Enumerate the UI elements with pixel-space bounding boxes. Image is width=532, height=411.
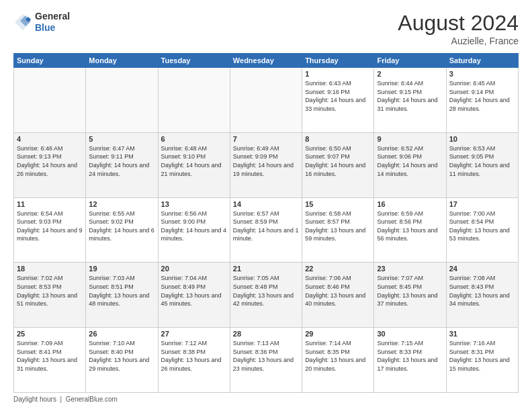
empty-cell xyxy=(158,68,230,133)
day-info-3: Sunrise: 6:45 AM Sunset: 9:14 PM Dayligh… xyxy=(449,79,515,113)
day-number-13: 13 xyxy=(161,200,227,208)
day-number-6: 6 xyxy=(161,135,227,143)
day-number-15: 15 xyxy=(305,200,371,208)
weekday-thursday: Thursday xyxy=(302,54,374,68)
day-cell-22: 22Sunrise: 7:06 AM Sunset: 8:46 PM Dayli… xyxy=(302,263,374,328)
footer-source: GeneralBlue.com xyxy=(66,396,118,403)
day-info-22: Sunrise: 7:06 AM Sunset: 8:46 PM Dayligh… xyxy=(305,274,371,308)
day-cell-9: 9Sunrise: 6:52 AM Sunset: 9:06 PM Daylig… xyxy=(374,132,446,197)
day-info-24: Sunrise: 7:08 AM Sunset: 8:43 PM Dayligh… xyxy=(449,274,515,308)
day-cell-7: 7Sunrise: 6:49 AM Sunset: 9:09 PM Daylig… xyxy=(230,132,302,197)
day-number-30: 30 xyxy=(377,330,443,338)
day-cell-11: 11Sunrise: 6:54 AM Sunset: 9:03 PM Dayli… xyxy=(14,197,86,263)
day-number-23: 23 xyxy=(377,265,443,273)
day-number-19: 19 xyxy=(89,265,154,273)
day-number-7: 7 xyxy=(233,135,299,143)
day-cell-24: 24Sunrise: 7:08 AM Sunset: 8:43 PM Dayli… xyxy=(446,263,518,328)
day-cell-12: 12Sunrise: 6:55 AM Sunset: 9:02 PM Dayli… xyxy=(86,197,158,263)
day-cell-31: 31Sunrise: 7:16 AM Sunset: 8:31 PM Dayli… xyxy=(446,328,518,393)
weekday-saturday: Saturday xyxy=(446,54,518,68)
day-info-23: Sunrise: 7:07 AM Sunset: 8:45 PM Dayligh… xyxy=(377,274,443,308)
day-cell-10: 10Sunrise: 6:53 AM Sunset: 9:05 PM Dayli… xyxy=(446,132,518,197)
day-info-20: Sunrise: 7:04 AM Sunset: 8:49 PM Dayligh… xyxy=(161,274,227,308)
day-info-26: Sunrise: 7:10 AM Sunset: 8:40 PM Dayligh… xyxy=(89,339,154,373)
day-number-1: 1 xyxy=(305,70,371,78)
day-info-30: Sunrise: 7:15 AM Sunset: 8:33 PM Dayligh… xyxy=(377,339,443,373)
day-cell-14: 14Sunrise: 6:57 AM Sunset: 8:59 PM Dayli… xyxy=(230,197,302,263)
day-info-16: Sunrise: 6:59 AM Sunset: 8:56 PM Dayligh… xyxy=(377,210,443,243)
day-info-9: Sunrise: 6:52 AM Sunset: 9:06 PM Dayligh… xyxy=(377,144,443,178)
day-info-14: Sunrise: 6:57 AM Sunset: 8:59 PM Dayligh… xyxy=(233,210,299,243)
day-number-24: 24 xyxy=(449,265,515,273)
logo-icon xyxy=(13,13,32,32)
day-number-3: 3 xyxy=(449,70,515,78)
empty-cell xyxy=(230,68,302,133)
empty-cell xyxy=(86,68,158,133)
day-cell-25: 25Sunrise: 7:09 AM Sunset: 8:41 PM Dayli… xyxy=(14,328,86,393)
weekday-header-row: SundayMondayTuesdayWednesdayThursdayFrid… xyxy=(14,54,519,68)
day-cell-1: 1Sunrise: 6:43 AM Sunset: 9:16 PM Daylig… xyxy=(302,68,374,133)
day-info-6: Sunrise: 6:48 AM Sunset: 9:10 PM Dayligh… xyxy=(161,144,227,178)
empty-cell xyxy=(14,68,86,133)
day-number-26: 26 xyxy=(89,330,154,338)
day-cell-6: 6Sunrise: 6:48 AM Sunset: 9:10 PM Daylig… xyxy=(158,132,230,197)
week-row-4: 18Sunrise: 7:02 AM Sunset: 8:53 PM Dayli… xyxy=(14,263,519,328)
day-number-20: 20 xyxy=(161,265,227,273)
day-info-19: Sunrise: 7:03 AM Sunset: 8:51 PM Dayligh… xyxy=(89,274,154,308)
day-info-18: Sunrise: 7:02 AM Sunset: 8:53 PM Dayligh… xyxy=(17,274,83,308)
day-info-10: Sunrise: 6:53 AM Sunset: 9:05 PM Dayligh… xyxy=(449,144,515,178)
day-number-9: 9 xyxy=(377,135,443,143)
day-number-4: 4 xyxy=(17,135,83,143)
day-cell-16: 16Sunrise: 6:59 AM Sunset: 8:56 PM Dayli… xyxy=(374,197,446,263)
day-cell-8: 8Sunrise: 6:50 AM Sunset: 9:07 PM Daylig… xyxy=(302,132,374,197)
day-info-27: Sunrise: 7:12 AM Sunset: 8:38 PM Dayligh… xyxy=(161,339,227,373)
day-info-2: Sunrise: 6:44 AM Sunset: 9:15 PM Dayligh… xyxy=(377,79,443,113)
footer-daylight: Daylight hours xyxy=(13,396,56,403)
day-cell-19: 19Sunrise: 7:03 AM Sunset: 8:51 PM Dayli… xyxy=(86,263,158,328)
day-cell-13: 13Sunrise: 6:56 AM Sunset: 9:00 PM Dayli… xyxy=(158,197,230,263)
day-number-10: 10 xyxy=(449,135,515,143)
day-info-4: Sunrise: 6:46 AM Sunset: 9:13 PM Dayligh… xyxy=(17,144,83,178)
day-number-16: 16 xyxy=(377,200,443,208)
day-info-15: Sunrise: 6:58 AM Sunset: 8:57 PM Dayligh… xyxy=(305,210,371,243)
day-info-17: Sunrise: 7:00 AM Sunset: 8:54 PM Dayligh… xyxy=(449,210,515,243)
day-info-28: Sunrise: 7:13 AM Sunset: 8:36 PM Dayligh… xyxy=(233,339,299,373)
logo: General Blue xyxy=(13,11,70,34)
day-info-5: Sunrise: 6:47 AM Sunset: 9:11 PM Dayligh… xyxy=(89,144,154,178)
day-number-18: 18 xyxy=(17,265,83,273)
day-cell-2: 2Sunrise: 6:44 AM Sunset: 9:15 PM Daylig… xyxy=(374,68,446,133)
day-info-13: Sunrise: 6:56 AM Sunset: 9:00 PM Dayligh… xyxy=(161,210,227,243)
day-cell-26: 26Sunrise: 7:10 AM Sunset: 8:40 PM Dayli… xyxy=(86,328,158,393)
footer-note: Daylight hours | GeneralBlue.com xyxy=(13,396,519,403)
day-number-25: 25 xyxy=(17,330,83,338)
day-cell-4: 4Sunrise: 6:46 AM Sunset: 9:13 PM Daylig… xyxy=(14,132,86,197)
weekday-sunday: Sunday xyxy=(14,54,86,68)
day-info-1: Sunrise: 6:43 AM Sunset: 9:16 PM Dayligh… xyxy=(305,79,371,113)
day-cell-27: 27Sunrise: 7:12 AM Sunset: 8:38 PM Dayli… xyxy=(158,328,230,393)
calendar-table: SundayMondayTuesdayWednesdayThursdayFrid… xyxy=(13,53,519,393)
week-row-5: 25Sunrise: 7:09 AM Sunset: 8:41 PM Dayli… xyxy=(14,328,519,393)
day-cell-3: 3Sunrise: 6:45 AM Sunset: 9:14 PM Daylig… xyxy=(446,68,518,133)
weekday-monday: Monday xyxy=(86,54,158,68)
week-row-1: 1Sunrise: 6:43 AM Sunset: 9:16 PM Daylig… xyxy=(14,68,519,133)
day-cell-15: 15Sunrise: 6:58 AM Sunset: 8:57 PM Dayli… xyxy=(302,197,374,263)
day-number-17: 17 xyxy=(449,200,515,208)
location: Auzielle, France xyxy=(398,36,519,46)
day-number-28: 28 xyxy=(233,330,299,338)
day-number-5: 5 xyxy=(89,135,154,143)
day-number-29: 29 xyxy=(305,330,371,338)
day-info-12: Sunrise: 6:55 AM Sunset: 9:02 PM Dayligh… xyxy=(89,210,154,243)
day-info-31: Sunrise: 7:16 AM Sunset: 8:31 PM Dayligh… xyxy=(449,339,515,373)
day-cell-29: 29Sunrise: 7:14 AM Sunset: 8:35 PM Dayli… xyxy=(302,328,374,393)
week-row-2: 4Sunrise: 6:46 AM Sunset: 9:13 PM Daylig… xyxy=(14,132,519,197)
day-number-22: 22 xyxy=(305,265,371,273)
logo-blue-text: Blue xyxy=(35,22,55,33)
day-number-21: 21 xyxy=(233,265,299,273)
page: General Blue August 2024 Auzielle, Franc… xyxy=(0,0,532,411)
day-number-31: 31 xyxy=(449,330,515,338)
day-number-2: 2 xyxy=(377,70,443,78)
day-number-27: 27 xyxy=(161,330,227,338)
day-number-14: 14 xyxy=(233,200,299,208)
title-block: August 2024 Auzielle, France xyxy=(398,11,519,46)
day-cell-17: 17Sunrise: 7:00 AM Sunset: 8:54 PM Dayli… xyxy=(446,197,518,263)
